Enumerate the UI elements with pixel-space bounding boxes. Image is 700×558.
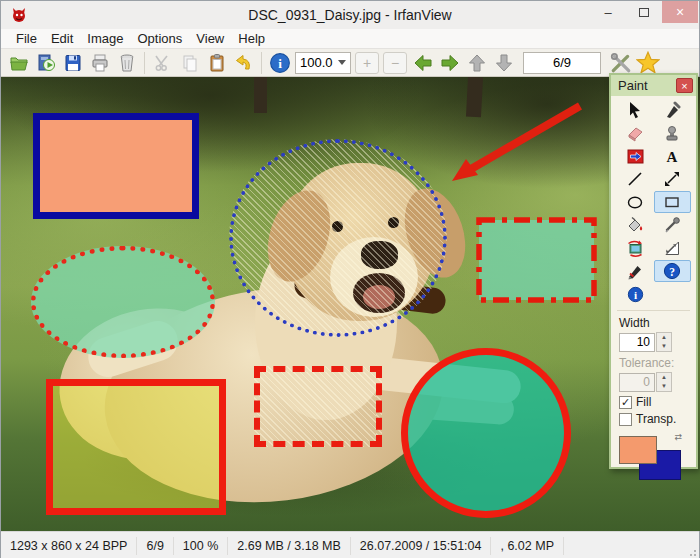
undo-arrow-icon [233,53,255,73]
tool-text[interactable]: A [654,145,692,167]
paste-button[interactable] [203,50,230,76]
tools-button[interactable] [607,50,634,76]
tolerance-down-button[interactable]: ▼ [657,382,671,391]
page-indicator-input[interactable] [524,53,600,73]
annotation-ellipse-dotted-red [31,246,215,358]
tool-measure[interactable] [654,237,692,259]
status-bar: 1293 x 860 x 24 BPP 6/9 100 % 2.69 MB / … [1,531,699,558]
chevron-down-icon[interactable] [338,60,346,65]
double-arrow-icon [663,170,681,188]
tool-fill[interactable] [616,214,654,236]
minimize-button[interactable]: – [590,1,626,23]
color-swatches: ⇄ [619,432,688,484]
close-button[interactable]: × [662,1,698,23]
first-image-button[interactable] [463,50,490,76]
tool-arrow-line[interactable] [654,168,692,190]
trash-icon [116,53,138,73]
delete-button[interactable] [113,50,140,76]
paint-divider [617,310,690,311]
zoom-input[interactable] [296,55,336,70]
text-a-icon: A [663,147,681,165]
ruler-triangle-icon [663,239,681,257]
printer-icon [89,53,111,73]
menu-edit[interactable]: Edit [44,29,80,48]
info-button[interactable]: i [266,50,293,76]
undo-button[interactable] [230,50,257,76]
tool-help[interactable]: ? [654,260,692,282]
svg-text:A: A [667,149,678,165]
svg-text:i: i [633,288,636,300]
image-canvas[interactable] [1,77,700,531]
tool-color-picker[interactable] [654,214,692,236]
menu-image[interactable]: Image [80,29,130,48]
transp-option[interactable]: Transp. [611,412,696,426]
last-image-button[interactable] [490,50,517,76]
save-floppy-icon [62,53,84,73]
stamp-icon [663,124,681,142]
info-icon: i [269,52,291,74]
menu-options[interactable]: Options [131,29,190,48]
cut-button[interactable] [149,50,176,76]
transp-checkbox[interactable] [619,413,632,426]
status-datetime: 26.07.2009 / 15:51:04 [351,537,492,555]
menu-help[interactable]: Help [231,29,272,48]
tolerance-up-button[interactable]: ▲ [657,373,671,382]
foreground-color-swatch[interactable] [619,436,657,464]
zoom-in-button[interactable]: + [355,52,379,74]
tool-rotate-image[interactable] [616,237,654,259]
rotate-photo-icon [626,239,644,257]
menu-view[interactable]: View [189,29,231,48]
slideshow-button[interactable] [32,50,59,76]
zoom-out-button[interactable]: − [383,52,407,74]
paint-info-button[interactable]: i [620,283,650,305]
maximize-button[interactable] [626,1,662,23]
tool-select[interactable] [616,99,654,121]
status-megapixels: , 6.02 MP [491,537,564,555]
clipboard-icon [206,53,228,73]
open-button[interactable] [5,50,32,76]
print-button[interactable] [86,50,113,76]
paint-panel-titlebar[interactable]: Paint × [611,75,696,96]
tool-insert-arrow[interactable] [616,145,654,167]
fill-checkbox[interactable]: ✓ [619,396,632,409]
red-blue-arrow-icon [626,147,644,165]
tool-retouch[interactable] [616,260,654,282]
page-indicator-field[interactable] [523,52,601,74]
width-down-button[interactable]: ▼ [657,342,671,351]
swap-colors-icon[interactable]: ⇄ [674,432,682,442]
width-up-button[interactable]: ▲ [657,333,671,342]
next-image-button[interactable] [436,50,463,76]
copy-button[interactable] [176,50,203,76]
arrow-right-icon [439,53,461,73]
tool-brush[interactable] [654,99,692,121]
fill-option[interactable]: ✓ Fill [611,395,696,409]
arrow-up-icon [466,53,488,73]
paint-panel: Paint × [609,73,698,469]
favorites-button[interactable] [634,50,661,76]
pen-knife-icon [626,262,644,280]
tool-rectangle[interactable] [654,191,692,213]
status-file-size: 2.69 MB / 3.18 MB [228,537,351,555]
toolbar: i + − [1,49,699,77]
zoom-combobox[interactable] [295,52,351,74]
previous-image-button[interactable] [409,50,436,76]
width-input[interactable] [619,333,655,352]
paint-close-button[interactable]: × [676,78,693,93]
save-button[interactable] [59,50,86,76]
title-bar[interactable]: DSC_0931_Daisy.jpg - IrfanView – × [1,1,699,29]
open-folder-icon [8,53,30,73]
svg-text:?: ? [669,266,675,278]
fill-label: Fill [636,395,651,409]
tolerance-input[interactable] [619,373,655,392]
eraser-icon [626,124,644,142]
svg-text:i: i [278,55,282,70]
resize-grip[interactable] [687,547,697,557]
toolbar-separator [144,52,145,74]
wrench-screwdriver-icon [610,52,632,74]
tool-eraser[interactable] [616,122,654,144]
tool-line[interactable] [616,168,654,190]
status-dimensions: 1293 x 860 x 24 BPP [1,537,137,555]
tool-ellipse[interactable] [616,191,654,213]
menu-file[interactable]: File [9,29,44,48]
tool-clone-stamp[interactable] [654,122,692,144]
